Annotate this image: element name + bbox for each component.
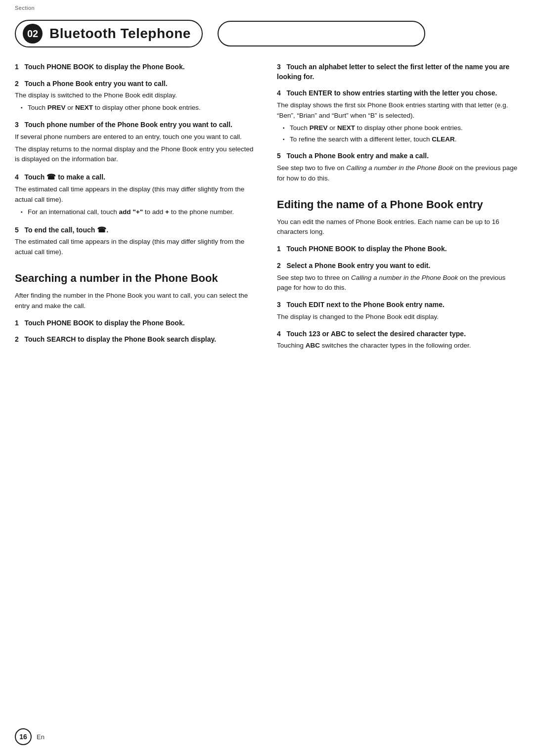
footer: 16 En — [15, 728, 44, 745]
lang-label: En — [37, 733, 44, 741]
s2-step-2-heading: 2 Touch SEARCH to display the Phone Book… — [15, 335, 257, 345]
left-column: 1 Touch PHONE BOOK to display the Phone … — [15, 62, 257, 353]
bullet-item: For an international call, touch add "+"… — [21, 207, 257, 218]
r-step-3-heading: 3 Touch an alphabet letter to select the… — [277, 62, 519, 82]
page-number: 16 — [15, 728, 32, 745]
step-2-bullets: Touch PREV or NEXT to display other phon… — [15, 103, 257, 113]
r-step-4-heading: 4 Touch ENTER to show entries starting w… — [277, 89, 519, 98]
step-2-body: The display is switched to the Phone Boo… — [15, 90, 257, 101]
s3-step-4-body: Touching ABC switches the character type… — [277, 341, 519, 351]
section3-intro: You can edit the names of Phone Book ent… — [277, 217, 519, 238]
section3-title: Editing the name of a Phone Book entry — [277, 198, 519, 212]
bullet-item: Touch PREV or NEXT to display other phon… — [283, 123, 519, 133]
section-badge: 02 Bluetooth Telephone — [15, 20, 203, 47]
s3-step-1-heading: 1 Touch PHONE BOOK to display the Phone … — [277, 244, 519, 254]
section-title: Bluetooth Telephone — [49, 26, 191, 42]
step-5-body: The estimated call time appears in the d… — [15, 237, 257, 258]
r-step-5-heading: 5 Touch a Phone Book entry and make a ca… — [277, 151, 519, 161]
r-step-5-body: See step two to five on Calling a number… — [277, 163, 519, 184]
r-step-4-bullets: Touch PREV or NEXT to display other phon… — [277, 123, 519, 145]
section-number: 02 — [23, 24, 43, 44]
main-content: 1 Touch PHONE BOOK to display the Phone … — [0, 52, 534, 368]
bullet-item: Touch PREV or NEXT to display other phon… — [21, 103, 257, 113]
s3-step-4-heading: 4 Touch 123 or ABC to select the desired… — [277, 329, 519, 339]
header-right-box — [218, 21, 425, 46]
step-3-body: If several phone numbers are entered to … — [15, 132, 257, 142]
step-2-heading: 2 Touch a Phone Book entry you want to c… — [15, 79, 257, 89]
section-label: Section — [15, 5, 35, 11]
s3-step-2-body: See step two to three on Calling a numbe… — [277, 273, 519, 294]
step-4-body: The estimated call time appears in the d… — [15, 184, 257, 205]
step-1-heading: 1 Touch PHONE BOOK to display the Phone … — [15, 62, 257, 72]
section2-intro: After finding the number in the Phone Bo… — [15, 291, 257, 311]
s3-step-2-heading: 2 Select a Phone Book entry you want to … — [277, 261, 519, 271]
section2-title: Searching a number in the Phone Book — [15, 271, 257, 286]
header: 02 Bluetooth Telephone — [0, 0, 534, 52]
step-3-body2: The display returns to the normal displa… — [15, 144, 257, 165]
right-column: 3 Touch an alphabet letter to select the… — [277, 62, 519, 353]
page-container: Section 02 Bluetooth Telephone 1 Touch P… — [0, 0, 534, 756]
s3-step-3-body: The display is changed to the Phone Book… — [277, 312, 519, 322]
step-5-heading: 5 To end the call, touch ☎. — [15, 224, 257, 235]
step-4-heading: 4 Touch ☎ to make a call. — [15, 172, 257, 182]
step-4-bullets: For an international call, touch add "+"… — [15, 207, 257, 218]
s2-step-1-heading: 1 Touch PHONE BOOK to display the Phone … — [15, 318, 257, 328]
s3-step-3-heading: 3 Touch EDIT next to the Phone Book entr… — [277, 300, 519, 310]
bullet-item: To refine the search with a different le… — [283, 134, 519, 145]
r-step-4-body: The display shows the first six Phone Bo… — [277, 100, 519, 121]
step-3-heading: 3 Touch phone number of the Phone Book e… — [15, 120, 257, 130]
